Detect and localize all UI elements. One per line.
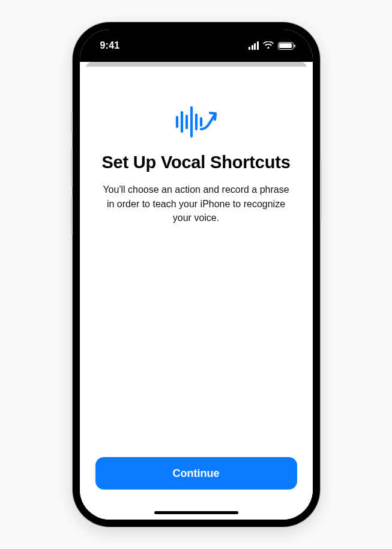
status-time: 9:41 — [100, 40, 120, 51]
setup-sheet: Set Up Vocal Shortcuts You'll choose an … — [80, 67, 313, 520]
side-button — [320, 160, 322, 220]
battery-icon — [278, 42, 294, 50]
page-title: Set Up Vocal Shortcuts — [95, 152, 297, 173]
wifi-icon — [263, 41, 274, 50]
screen: 9:41 — [80, 29, 313, 520]
mute-switch — [71, 112, 73, 133]
phone-frame: 9:41 — [73, 22, 320, 527]
vocal-shortcuts-icon — [95, 103, 297, 141]
status-icons — [249, 41, 294, 50]
volume-up-button — [71, 148, 73, 187]
page-subtitle: You'll choose an action and record a phr… — [95, 183, 297, 225]
cellular-signal-icon — [249, 41, 259, 50]
dynamic-island — [160, 38, 232, 58]
continue-button[interactable]: Continue — [95, 457, 297, 490]
home-indicator[interactable] — [154, 511, 238, 514]
volume-down-button — [71, 196, 73, 235]
